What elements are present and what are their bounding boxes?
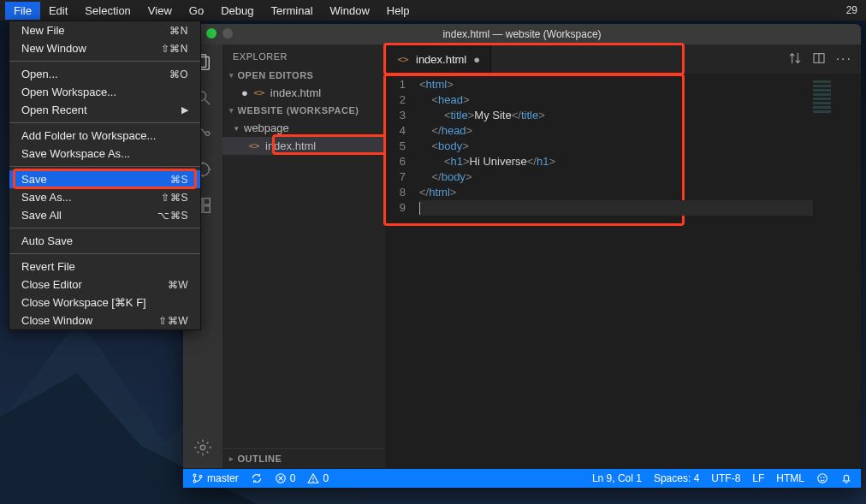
os-menu-selection[interactable]: Selection <box>76 2 139 20</box>
explorer-panel: EXPLORER ▾OPEN EDITORS ● <> index.html ▾… <box>222 44 385 468</box>
window-title: index.html — website (Workspace) <box>442 28 601 40</box>
svg-point-29 <box>823 477 824 478</box>
menu-bar-clock: 29 <box>846 4 861 16</box>
os-menu-go[interactable]: Go <box>181 2 212 20</box>
os-menu-view[interactable]: View <box>139 2 181 20</box>
menu-item-close-editor[interactable]: Close Editor⌘W <box>9 276 200 294</box>
status-bar: master 0 0 Ln 9, Col 1 Spaces: 4 UTF-8 L… <box>183 469 861 488</box>
notifications-bell-icon[interactable] <box>840 472 852 485</box>
warnings-indicator[interactable]: 0 <box>307 472 329 484</box>
language-mode[interactable]: HTML <box>776 472 804 484</box>
svg-rect-15 <box>204 206 210 212</box>
menu-item-open[interactable]: Open...⌘O <box>9 65 200 83</box>
menu-item-save-workspace-as[interactable]: Save Workspace As... <box>9 145 200 163</box>
os-menu-file[interactable]: File <box>5 2 40 20</box>
menu-item-close-workspace-k-f[interactable]: Close Workspace [⌘K F] <box>9 294 200 311</box>
svg-point-16 <box>200 445 205 450</box>
settings-gear-icon[interactable] <box>193 437 213 458</box>
menu-item-save-as[interactable]: Save As...⇧⌘S <box>9 188 200 206</box>
window-titlebar[interactable]: index.html — website (Workspace) <box>183 24 861 44</box>
open-editor-item[interactable]: ● <> index.html <box>222 84 385 102</box>
html-file-icon: <> <box>253 87 265 98</box>
os-menu-window[interactable]: Window <box>322 2 378 20</box>
line-number-gutter: 123456789 <box>385 77 419 468</box>
encoding-indicator[interactable]: UTF-8 <box>711 472 740 484</box>
svg-point-27 <box>818 474 827 483</box>
menu-item-open-workspace[interactable]: Open Workspace... <box>9 83 200 101</box>
svg-point-21 <box>199 475 202 477</box>
errors-indicator[interactable]: 0 <box>275 472 296 484</box>
outline-section[interactable]: ▸OUTLINE <box>222 448 385 468</box>
html-file-icon: <> <box>248 140 260 151</box>
menu-item-add-folder-to-workspace[interactable]: Add Folder to Workspace... <box>9 127 200 145</box>
editor-group: <> index.html ● ··· 123456789 <html> <he… <box>385 44 861 468</box>
os-menu-help[interactable]: Help <box>378 2 418 20</box>
svg-point-28 <box>821 477 822 478</box>
sync-icon[interactable] <box>251 472 263 484</box>
dirty-indicator-icon: ● <box>241 86 248 99</box>
svg-line-3 <box>205 100 211 105</box>
svg-point-20 <box>193 480 196 483</box>
indent-indicator[interactable]: Spaces: 4 <box>654 472 699 484</box>
open-editors-section[interactable]: ▾OPEN EDITORS <box>222 67 385 84</box>
svg-rect-13 <box>204 199 210 205</box>
menu-item-save[interactable]: Save⌘S <box>9 170 200 188</box>
minimize-window-button[interactable] <box>222 28 233 39</box>
open-editor-filename: index.html <box>270 86 321 99</box>
menu-item-new-window[interactable]: New Window⇧⌘N <box>9 39 200 57</box>
svg-point-6 <box>205 132 210 136</box>
cursor-position[interactable]: Ln 9, Col 1 <box>592 472 642 484</box>
maximize-window-button[interactable] <box>206 28 216 39</box>
os-menu-bar: FileEditSelectionViewGoDebugTerminalWind… <box>0 0 866 21</box>
menu-item-auto-save[interactable]: Auto Save <box>9 232 200 250</box>
vscode-window: index.html — website (Workspace) EXPLORE… <box>183 24 861 488</box>
explorer-header: EXPLORER <box>222 44 385 67</box>
menu-item-revert-file[interactable]: Revert File <box>9 258 200 276</box>
os-menu-debug[interactable]: Debug <box>212 2 262 20</box>
more-actions-icon[interactable]: ··· <box>836 51 852 68</box>
feedback-smiley-icon[interactable] <box>816 472 828 485</box>
git-branch-indicator[interactable]: master <box>192 472 239 484</box>
menu-item-new-file[interactable]: New File⌘N <box>9 21 200 39</box>
eol-indicator[interactable]: LF <box>752 472 764 484</box>
compare-changes-icon[interactable] <box>788 51 802 68</box>
os-menu-edit[interactable]: Edit <box>40 2 76 20</box>
folder-label: webpage <box>244 122 289 134</box>
os-menu-terminal[interactable]: Terminal <box>262 2 321 20</box>
workspace-section[interactable]: ▾WEBSITE (WORKSPACE) <box>222 102 385 119</box>
file-menu-dropdown: New File⌘NNew Window⇧⌘NOpen...⌘OOpen Wor… <box>9 21 201 330</box>
menu-item-close-window[interactable]: Close Window⇧⌘W <box>9 311 200 329</box>
tab-bar: <> index.html ● ··· <box>385 44 861 74</box>
highlight-box <box>383 43 685 75</box>
code-content[interactable]: <html> <head> <title>My Site</title> </h… <box>419 77 813 468</box>
menu-item-save-all[interactable]: Save All⌥⌘S <box>9 206 200 224</box>
minimap[interactable] <box>813 77 861 468</box>
split-editor-icon[interactable] <box>812 51 826 68</box>
code-editor[interactable]: 123456789 <html> <head> <title>My Site</… <box>385 74 861 468</box>
menu-item-open-recent[interactable]: Open Recent▶ <box>9 101 200 119</box>
svg-point-19 <box>193 474 196 477</box>
svg-point-26 <box>313 481 314 482</box>
